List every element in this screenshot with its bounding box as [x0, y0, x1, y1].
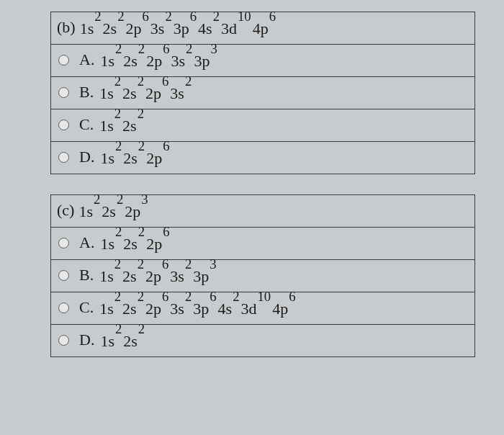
radio-icon[interactable] — [58, 55, 69, 66]
option-config: 1s22s2 — [100, 328, 146, 351]
radio-icon[interactable] — [58, 152, 69, 163]
radio-icon[interactable] — [58, 87, 69, 98]
option-config: 1s22s22p63s23p3 — [99, 264, 217, 286]
option-letter: D. — [79, 331, 100, 349]
question-b-option-a[interactable]: A. 1s22s22p63s23p3 — [51, 44, 474, 76]
question-b-label: (b) — [57, 18, 80, 37]
radio-icon[interactable] — [58, 335, 69, 346]
option-config: 1s22s22p63s23p64s23d104p6 — [99, 296, 297, 318]
radio-icon[interactable] — [58, 120, 69, 130]
option-config: 1s22s2 — [99, 113, 145, 135]
radio-icon[interactable] — [58, 238, 69, 248]
option-letter: C. — [79, 115, 99, 134]
question-b-config: 1s22s22p63s23p64s23d104p6 — [80, 16, 277, 38]
question-c-option-c[interactable]: C. 1s22s22p63s23p64s23d104p6 — [51, 292, 474, 324]
option-letter: D. — [79, 148, 100, 166]
question-c-config: 1s22s22p3 — [78, 199, 149, 221]
option-config: 1s22s22p6 — [100, 231, 171, 254]
question-b: (b) 1s22s22p63s23p64s23d104p6 A. 1s22s22… — [50, 12, 475, 174]
option-config: 1s22s22p63s23p3 — [100, 48, 218, 71]
question-c-label: (c) — [57, 201, 78, 220]
question-c-option-d[interactable]: D. 1s22s2 — [51, 324, 474, 356]
option-config: 1s22s22p6 — [100, 145, 171, 168]
question-b-option-d[interactable]: D. 1s22s22p6 — [51, 141, 474, 174]
option-letter: A. — [79, 50, 100, 69]
question-b-header: (b) 1s22s22p63s23p64s23d104p6 — [51, 12, 474, 44]
option-letter: B. — [79, 83, 99, 102]
option-letter: A. — [79, 233, 100, 252]
question-c-option-b[interactable]: B. 1s22s22p63s23p3 — [51, 259, 474, 292]
question-c-option-a[interactable]: A. 1s22s22p6 — [51, 227, 474, 259]
question-b-option-c[interactable]: C. 1s22s2 — [51, 109, 474, 141]
option-letter: C. — [79, 298, 99, 317]
question-c: (c) 1s22s22p3 A. 1s22s22p6 B. 1s22s22p63… — [50, 194, 475, 357]
option-config: 1s22s22p63s2 — [99, 81, 193, 103]
option-letter: B. — [79, 266, 99, 284]
radio-icon[interactable] — [58, 270, 69, 281]
question-c-header: (c) 1s22s22p3 — [51, 195, 474, 227]
radio-icon[interactable] — [58, 302, 69, 313]
question-b-option-b[interactable]: B. 1s22s22p63s2 — [51, 76, 474, 109]
